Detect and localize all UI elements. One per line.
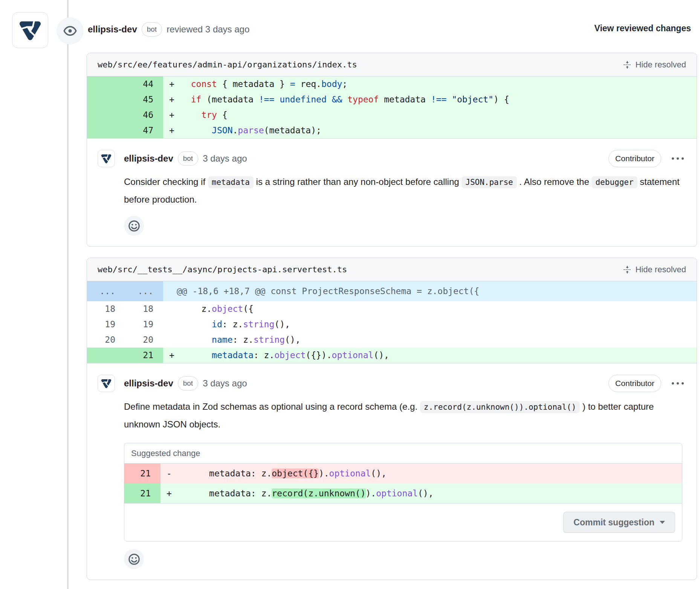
- comment-timestamp[interactable]: 3 days ago: [203, 153, 247, 164]
- pr-review-page: ellipsis-dev bot reviewed 3 days ago Vie…: [0, 0, 700, 589]
- diff-line-added[interactable]: 47 + JSON.parse(metadata);: [87, 123, 697, 138]
- diff-sign: +: [167, 484, 178, 503]
- commit-suggestion-label: Commit suggestion: [573, 517, 654, 528]
- comment-header: ellipsis-dev bot 3 days ago Contributor: [98, 375, 686, 392]
- hide-resolved-label: Hide resolved: [635, 265, 686, 275]
- diff-sign: [169, 301, 180, 317]
- commit-suggestion-button[interactable]: Commit suggestion: [563, 512, 675, 533]
- old-line-number: [87, 107, 125, 123]
- smiley-icon: [128, 553, 141, 566]
- diff-sign: [169, 317, 180, 332]
- comment-avatar[interactable]: [98, 150, 115, 167]
- old-line-number: 20: [87, 332, 125, 348]
- code-text: metadata: z.object({}).optional(),: [180, 348, 389, 363]
- hide-resolved-label: Hide resolved: [635, 60, 686, 70]
- comment-author[interactable]: ellipsis-dev: [124, 153, 173, 164]
- diff-line-added[interactable]: 21 + metadata: z.object({}).optional(),: [87, 348, 697, 363]
- reviewer-avatar[interactable]: [12, 12, 48, 48]
- comment-author[interactable]: ellipsis-dev: [124, 378, 173, 389]
- comment-body: Define metadata in Zod schemas as option…: [124, 398, 686, 433]
- review-comment: ellipsis-dev bot 3 days ago Contributor …: [87, 139, 697, 246]
- diff-line-added[interactable]: 45 + if (metadata !== undefined && typeo…: [87, 92, 697, 107]
- add-reaction-button[interactable]: [124, 216, 144, 236]
- diff-block: 44 + const { metadata } = req.body; 45 +…: [87, 76, 697, 139]
- diff-sign: +: [169, 76, 180, 92]
- new-line-number: 45: [125, 92, 163, 107]
- fold-icon: [623, 266, 631, 274]
- ellipsis-logo-icon: [100, 377, 112, 389]
- comment-menu-button[interactable]: [669, 380, 686, 387]
- code-text: if (metadata !== undefined && typeof met…: [180, 92, 509, 107]
- diff-line-added[interactable]: 44 + const { metadata } = req.body;: [87, 76, 697, 92]
- new-line-number: 18: [125, 301, 163, 317]
- hide-resolved-button[interactable]: Hide resolved: [623, 60, 686, 70]
- contributor-badge: Contributor: [608, 150, 661, 167]
- new-line-number: 21: [125, 348, 163, 363]
- diff-block: ...... @@ -18,6 +18,7 @@ const ProjectRe…: [87, 281, 697, 363]
- review-thread-card-2: web/src/__tests__/async/projects-api.ser…: [87, 258, 697, 580]
- old-line-number: [87, 92, 125, 107]
- diff-sign: +: [169, 92, 180, 107]
- file-path[interactable]: web/src/__tests__/async/projects-api.ser…: [98, 265, 347, 274]
- ellipsis-logo-icon: [100, 153, 112, 165]
- contributor-badge: Contributor: [608, 375, 661, 392]
- review-header: ellipsis-dev bot reviewed 3 days ago: [88, 21, 249, 38]
- view-reviewed-changes-link[interactable]: View reviewed changes: [594, 23, 691, 34]
- new-line-number: 44: [125, 76, 163, 92]
- code-text: const { metadata } = req.body;: [180, 76, 347, 92]
- line-number: 21: [124, 484, 160, 503]
- new-line-number: 47: [125, 123, 163, 138]
- code-text: metadata: z.object({}).optional(),: [178, 464, 387, 484]
- new-line-number: 20: [125, 332, 163, 348]
- comment-timestamp[interactable]: 3 days ago: [203, 378, 247, 389]
- bot-badge: bot: [178, 376, 198, 391]
- code-text: id: z.string(),: [180, 317, 290, 332]
- bot-badge: bot: [142, 22, 162, 37]
- code-text: try {: [180, 107, 228, 123]
- bot-badge: bot: [178, 151, 198, 166]
- comment-menu-button[interactable]: [669, 155, 686, 162]
- new-line-number: 46: [125, 107, 163, 123]
- review-comment: ellipsis-dev bot 3 days ago Contributor …: [87, 363, 697, 580]
- old-line-number: 19: [87, 317, 125, 332]
- diff-line-context[interactable]: 1818 z.object({: [87, 301, 697, 317]
- old-line-number: [87, 76, 125, 92]
- reviewer-name[interactable]: ellipsis-dev: [88, 24, 137, 35]
- add-reaction-button[interactable]: [124, 549, 144, 569]
- hunk-old-ellipsis: ...: [87, 281, 125, 301]
- comment-body: Consider checking if metadata is a strin…: [124, 173, 686, 208]
- diff-line-context[interactable]: 1919 id: z.string(),: [87, 317, 697, 332]
- diff-line-added[interactable]: 46 + try {: [87, 107, 697, 123]
- review-action-text: reviewed 3 days ago: [167, 24, 249, 35]
- suggestion-footer: Commit suggestion: [124, 504, 682, 541]
- hide-resolved-button[interactable]: Hide resolved: [623, 265, 686, 275]
- file-header: web/src/ee/features/admin-api/organizati…: [87, 53, 697, 76]
- old-line-number: 18: [87, 301, 125, 317]
- fold-icon: [623, 61, 631, 69]
- timeline-line: [67, 0, 69, 589]
- diff-sign: +: [169, 348, 180, 363]
- dropdown-caret-icon: [660, 521, 665, 524]
- comment-header: ellipsis-dev bot 3 days ago Contributor: [98, 150, 686, 167]
- comment-avatar[interactable]: [98, 375, 115, 392]
- suggested-change-box: Suggested change 21 - metadata: z.object…: [124, 443, 682, 542]
- diff-sign: +: [169, 123, 180, 138]
- line-number: 21: [124, 464, 160, 484]
- diff-sign: -: [167, 464, 178, 484]
- old-line-number: [87, 123, 125, 138]
- diff-sign: [169, 332, 180, 348]
- suggested-change-title: Suggested change: [124, 443, 682, 464]
- review-thread-card-1: web/src/ee/features/admin-api/organizati…: [87, 53, 697, 247]
- hunk-new-ellipsis: ...: [125, 281, 163, 301]
- hunk-text: @@ -18,6 +18,7 @@ const ProjectResponseS…: [177, 281, 479, 301]
- file-path[interactable]: web/src/ee/features/admin-api/organizati…: [98, 60, 357, 69]
- hunk-header-row: ...... @@ -18,6 +18,7 @@ const ProjectRe…: [87, 281, 697, 301]
- new-line-number: 19: [125, 317, 163, 332]
- smiley-icon: [128, 220, 141, 232]
- ellipsis-logo-icon: [17, 17, 43, 43]
- old-line-number: [87, 348, 125, 363]
- review-event-badge: [57, 17, 84, 44]
- diff-line-context[interactable]: 2020 name: z.string(),: [87, 332, 697, 348]
- eye-icon: [63, 24, 77, 38]
- code-text: JSON.parse(metadata);: [180, 123, 321, 138]
